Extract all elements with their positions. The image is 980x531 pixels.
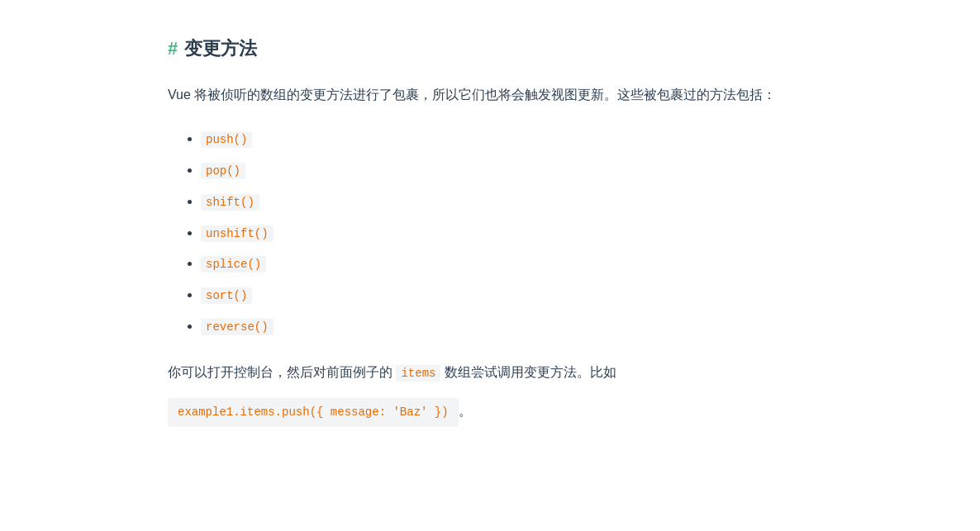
heading-title: 变更方法: [184, 33, 257, 64]
note-prefix: 你可以打开控制台，然后对前面例子的: [168, 365, 392, 379]
list-item: reverse(): [201, 315, 812, 338]
note-suffix: 数组尝试调用变更方法。比如: [445, 365, 616, 379]
section-heading: # 变更方法: [168, 33, 812, 64]
note-paragraph: 你可以打开控制台，然后对前面例子的 items 数组尝试调用变更方法。比如: [168, 361, 812, 385]
list-item: sort(): [201, 283, 812, 306]
period-text: 。: [459, 404, 472, 418]
method-code: sort(): [201, 287, 252, 304]
example-code-line: example1.items.push({ message: 'Baz' })。: [168, 396, 812, 428]
example-code-block: example1.items.push({ message: 'Baz' }): [168, 398, 459, 428]
methods-list: push()pop()shift()unshift()splice()sort(…: [168, 127, 812, 338]
method-code: unshift(): [201, 225, 274, 242]
list-item: splice(): [201, 252, 812, 275]
list-item: unshift(): [201, 221, 812, 244]
heading-hash: #: [168, 33, 178, 64]
method-code: splice(): [201, 256, 266, 273]
method-code: pop(): [201, 163, 245, 179]
list-item: shift(): [201, 190, 812, 213]
list-item: push(): [201, 127, 812, 150]
description-paragraph: Vue 将被侦听的数组的变更方法进行了包裹，所以它们也将会触发视图更新。这些被包…: [168, 83, 812, 107]
page-container: # 变更方法 Vue 将被侦听的数组的变更方法进行了包裹，所以它们也将会触发视图…: [118, 0, 862, 460]
method-code: shift(): [201, 194, 259, 211]
note-inline-code: items: [396, 365, 440, 382]
method-code: push(): [201, 131, 252, 148]
method-code: reverse(): [201, 319, 274, 335]
list-item: pop(): [201, 159, 812, 182]
